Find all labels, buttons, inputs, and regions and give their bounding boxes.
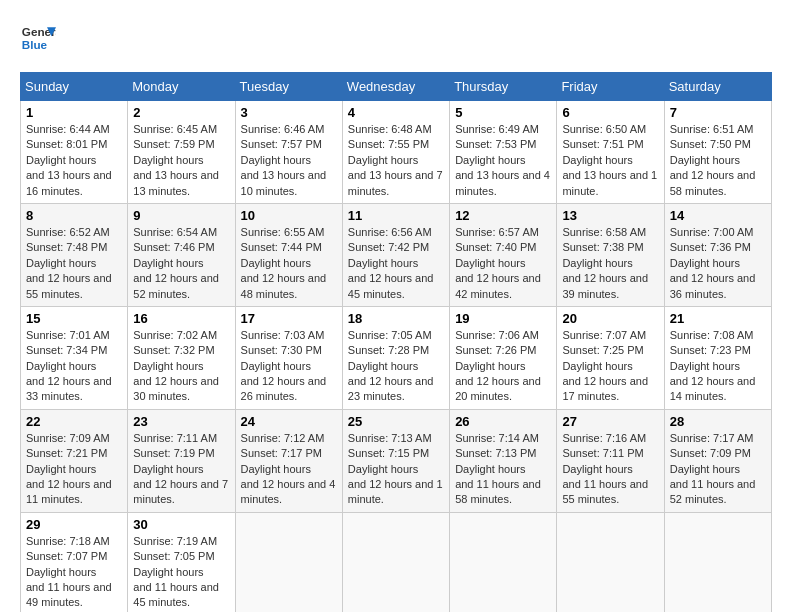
day-info: Sunrise: 6:49 AMSunset: 7:53 PMDaylight … <box>455 123 550 197</box>
day-number: 9 <box>133 208 229 223</box>
day-number: 16 <box>133 311 229 326</box>
day-info: Sunrise: 7:17 AMSunset: 7:09 PMDaylight … <box>670 432 756 506</box>
calendar-day-header: Thursday <box>450 73 557 101</box>
day-number: 28 <box>670 414 766 429</box>
day-info: Sunrise: 7:05 AMSunset: 7:28 PMDaylight … <box>348 329 434 403</box>
day-number: 4 <box>348 105 444 120</box>
calendar-cell: 21 Sunrise: 7:08 AMSunset: 7:23 PMDaylig… <box>664 306 771 409</box>
day-info: Sunrise: 6:54 AMSunset: 7:46 PMDaylight … <box>133 226 219 300</box>
day-number: 29 <box>26 517 122 532</box>
day-info: Sunrise: 6:56 AMSunset: 7:42 PMDaylight … <box>348 226 434 300</box>
day-number: 25 <box>348 414 444 429</box>
calendar-cell: 18 Sunrise: 7:05 AMSunset: 7:28 PMDaylig… <box>342 306 449 409</box>
calendar-body: 1 Sunrise: 6:44 AMSunset: 8:01 PMDayligh… <box>21 101 772 613</box>
day-number: 8 <box>26 208 122 223</box>
day-info: Sunrise: 7:02 AMSunset: 7:32 PMDaylight … <box>133 329 219 403</box>
calendar-cell: 3 Sunrise: 6:46 AMSunset: 7:57 PMDayligh… <box>235 101 342 204</box>
day-number: 12 <box>455 208 551 223</box>
day-info: Sunrise: 6:46 AMSunset: 7:57 PMDaylight … <box>241 123 327 197</box>
calendar-day-header: Friday <box>557 73 664 101</box>
calendar-week-row: 8 Sunrise: 6:52 AMSunset: 7:48 PMDayligh… <box>21 203 772 306</box>
calendar-cell: 20 Sunrise: 7:07 AMSunset: 7:25 PMDaylig… <box>557 306 664 409</box>
day-number: 10 <box>241 208 337 223</box>
day-info: Sunrise: 6:48 AMSunset: 7:55 PMDaylight … <box>348 123 443 197</box>
day-info: Sunrise: 7:13 AMSunset: 7:15 PMDaylight … <box>348 432 443 506</box>
day-number: 23 <box>133 414 229 429</box>
day-number: 24 <box>241 414 337 429</box>
day-number: 22 <box>26 414 122 429</box>
day-info: Sunrise: 7:03 AMSunset: 7:30 PMDaylight … <box>241 329 327 403</box>
day-info: Sunrise: 6:50 AMSunset: 7:51 PMDaylight … <box>562 123 657 197</box>
calendar-cell: 24 Sunrise: 7:12 AMSunset: 7:17 PMDaylig… <box>235 409 342 512</box>
day-number: 18 <box>348 311 444 326</box>
day-number: 15 <box>26 311 122 326</box>
day-info: Sunrise: 7:08 AMSunset: 7:23 PMDaylight … <box>670 329 756 403</box>
day-info: Sunrise: 7:16 AMSunset: 7:11 PMDaylight … <box>562 432 648 506</box>
calendar-cell: 14 Sunrise: 7:00 AMSunset: 7:36 PMDaylig… <box>664 203 771 306</box>
day-number: 3 <box>241 105 337 120</box>
calendar-cell: 30 Sunrise: 7:19 AMSunset: 7:05 PMDaylig… <box>128 512 235 612</box>
calendar-cell: 6 Sunrise: 6:50 AMSunset: 7:51 PMDayligh… <box>557 101 664 204</box>
calendar-week-row: 15 Sunrise: 7:01 AMSunset: 7:34 PMDaylig… <box>21 306 772 409</box>
calendar-cell <box>235 512 342 612</box>
calendar-week-row: 29 Sunrise: 7:18 AMSunset: 7:07 PMDaylig… <box>21 512 772 612</box>
day-number: 2 <box>133 105 229 120</box>
day-number: 19 <box>455 311 551 326</box>
calendar-cell: 2 Sunrise: 6:45 AMSunset: 7:59 PMDayligh… <box>128 101 235 204</box>
day-info: Sunrise: 7:14 AMSunset: 7:13 PMDaylight … <box>455 432 541 506</box>
day-number: 20 <box>562 311 658 326</box>
day-info: Sunrise: 6:55 AMSunset: 7:44 PMDaylight … <box>241 226 327 300</box>
calendar-cell: 5 Sunrise: 6:49 AMSunset: 7:53 PMDayligh… <box>450 101 557 204</box>
page-header: General Blue <box>20 20 772 56</box>
day-number: 7 <box>670 105 766 120</box>
calendar-cell: 7 Sunrise: 6:51 AMSunset: 7:50 PMDayligh… <box>664 101 771 204</box>
calendar-cell: 15 Sunrise: 7:01 AMSunset: 7:34 PMDaylig… <box>21 306 128 409</box>
day-info: Sunrise: 6:52 AMSunset: 7:48 PMDaylight … <box>26 226 112 300</box>
logo-icon: General Blue <box>20 20 56 56</box>
day-number: 6 <box>562 105 658 120</box>
day-info: Sunrise: 7:01 AMSunset: 7:34 PMDaylight … <box>26 329 112 403</box>
day-info: Sunrise: 7:12 AMSunset: 7:17 PMDaylight … <box>241 432 336 506</box>
calendar-cell <box>557 512 664 612</box>
day-info: Sunrise: 6:58 AMSunset: 7:38 PMDaylight … <box>562 226 648 300</box>
calendar-week-row: 22 Sunrise: 7:09 AMSunset: 7:21 PMDaylig… <box>21 409 772 512</box>
calendar-header-row: SundayMondayTuesdayWednesdayThursdayFrid… <box>21 73 772 101</box>
day-number: 11 <box>348 208 444 223</box>
calendar-table: SundayMondayTuesdayWednesdayThursdayFrid… <box>20 72 772 612</box>
calendar-cell: 8 Sunrise: 6:52 AMSunset: 7:48 PMDayligh… <box>21 203 128 306</box>
calendar-cell: 13 Sunrise: 6:58 AMSunset: 7:38 PMDaylig… <box>557 203 664 306</box>
calendar-day-header: Monday <box>128 73 235 101</box>
day-info: Sunrise: 7:00 AMSunset: 7:36 PMDaylight … <box>670 226 756 300</box>
calendar-cell: 25 Sunrise: 7:13 AMSunset: 7:15 PMDaylig… <box>342 409 449 512</box>
svg-text:Blue: Blue <box>22 38 48 51</box>
day-info: Sunrise: 6:57 AMSunset: 7:40 PMDaylight … <box>455 226 541 300</box>
day-info: Sunrise: 7:18 AMSunset: 7:07 PMDaylight … <box>26 535 112 609</box>
logo: General Blue <box>20 20 56 56</box>
calendar-cell <box>342 512 449 612</box>
calendar-cell: 17 Sunrise: 7:03 AMSunset: 7:30 PMDaylig… <box>235 306 342 409</box>
calendar-day-header: Wednesday <box>342 73 449 101</box>
day-info: Sunrise: 7:19 AMSunset: 7:05 PMDaylight … <box>133 535 219 609</box>
day-info: Sunrise: 7:11 AMSunset: 7:19 PMDaylight … <box>133 432 228 506</box>
calendar-cell: 10 Sunrise: 6:55 AMSunset: 7:44 PMDaylig… <box>235 203 342 306</box>
calendar-cell <box>664 512 771 612</box>
day-number: 21 <box>670 311 766 326</box>
day-info: Sunrise: 6:44 AMSunset: 8:01 PMDaylight … <box>26 123 112 197</box>
day-info: Sunrise: 7:09 AMSunset: 7:21 PMDaylight … <box>26 432 112 506</box>
calendar-cell: 11 Sunrise: 6:56 AMSunset: 7:42 PMDaylig… <box>342 203 449 306</box>
day-info: Sunrise: 6:51 AMSunset: 7:50 PMDaylight … <box>670 123 756 197</box>
day-info: Sunrise: 6:45 AMSunset: 7:59 PMDaylight … <box>133 123 219 197</box>
calendar-cell: 16 Sunrise: 7:02 AMSunset: 7:32 PMDaylig… <box>128 306 235 409</box>
day-number: 14 <box>670 208 766 223</box>
calendar-cell: 26 Sunrise: 7:14 AMSunset: 7:13 PMDaylig… <box>450 409 557 512</box>
day-info: Sunrise: 7:07 AMSunset: 7:25 PMDaylight … <box>562 329 648 403</box>
calendar-cell: 19 Sunrise: 7:06 AMSunset: 7:26 PMDaylig… <box>450 306 557 409</box>
calendar-cell: 27 Sunrise: 7:16 AMSunset: 7:11 PMDaylig… <box>557 409 664 512</box>
day-number: 27 <box>562 414 658 429</box>
calendar-week-row: 1 Sunrise: 6:44 AMSunset: 8:01 PMDayligh… <box>21 101 772 204</box>
calendar-cell: 22 Sunrise: 7:09 AMSunset: 7:21 PMDaylig… <box>21 409 128 512</box>
calendar-day-header: Sunday <box>21 73 128 101</box>
calendar-cell: 1 Sunrise: 6:44 AMSunset: 8:01 PMDayligh… <box>21 101 128 204</box>
day-info: Sunrise: 7:06 AMSunset: 7:26 PMDaylight … <box>455 329 541 403</box>
calendar-cell: 9 Sunrise: 6:54 AMSunset: 7:46 PMDayligh… <box>128 203 235 306</box>
